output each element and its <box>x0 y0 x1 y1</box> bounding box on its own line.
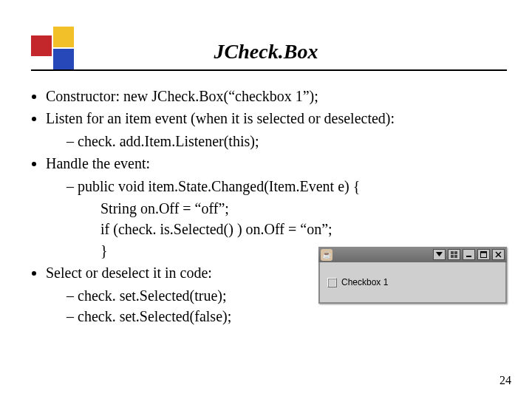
slide-title: JCheck.Box <box>0 40 532 64</box>
code-line-2: if (check. is.Selected() ) on.Off = “on”… <box>100 219 502 239</box>
svg-rect-1 <box>451 251 454 254</box>
bullet-handle-text: Handle the event: <box>46 155 150 171</box>
applet-window: ☕ Checkbox 1 <box>318 247 507 304</box>
checkbox-1-label: Checkbox 1 <box>341 277 388 287</box>
applet-body: Checkbox 1 <box>318 262 507 304</box>
bullet-constructor: Constructor: new JCheck.Box(“checkbox 1”… <box>46 86 502 106</box>
dropdown-button[interactable] <box>433 249 446 260</box>
maximize-button[interactable] <box>477 249 490 260</box>
svg-rect-3 <box>451 255 454 258</box>
checkbox-1[interactable] <box>327 278 337 287</box>
svg-rect-4 <box>454 255 457 258</box>
bullet-listen-code: check. add.Item.Listener(this); <box>66 131 502 151</box>
code-line-1: String on.Off = “off”; <box>100 198 502 219</box>
bullet-listen-text: Listen for an item event (when it is sel… <box>46 110 395 126</box>
grid-button[interactable] <box>448 249 460 260</box>
svg-rect-7 <box>481 252 487 253</box>
bullet-handle: Handle the event: public void item.State… <box>46 153 502 261</box>
bullet-select-text: Select or deselect it in code: <box>46 265 212 281</box>
bullet-select-false: check. set.Selected(false); <box>66 306 502 327</box>
java-icon: ☕ <box>321 249 332 261</box>
page-number: 24 <box>499 374 511 387</box>
title-underline <box>31 69 507 71</box>
svg-rect-5 <box>466 256 471 257</box>
applet-titlebar: ☕ <box>318 247 507 262</box>
minimize-button[interactable] <box>463 249 475 260</box>
bullet-handle-sig: public void item.State.Changed(Item.Even… <box>66 176 502 197</box>
svg-marker-0 <box>436 252 443 256</box>
close-button[interactable] <box>492 249 505 260</box>
bullet-listen: Listen for an item event (when it is sel… <box>46 108 502 151</box>
svg-rect-2 <box>454 251 457 254</box>
